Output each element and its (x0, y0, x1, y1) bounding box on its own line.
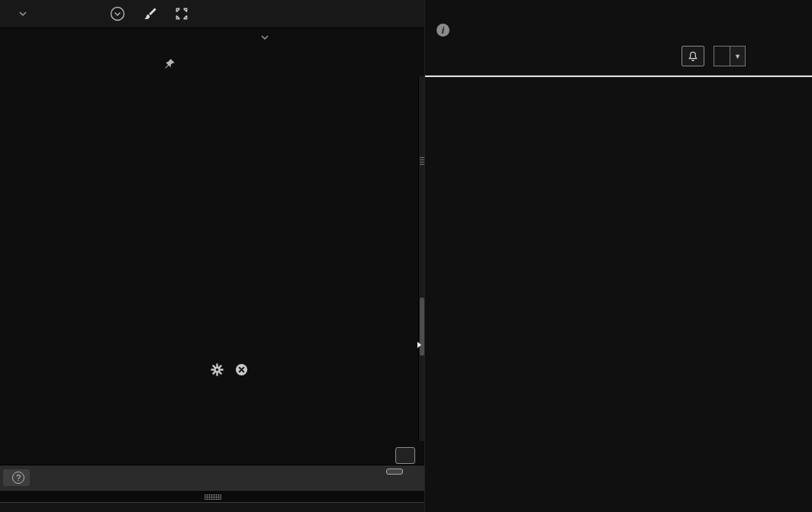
chevron-down-circle-icon (110, 6, 125, 21)
fullscreen-button[interactable] (174, 6, 189, 21)
indicator-toolbar: ? (0, 465, 424, 490)
chart-vertical-scrollbar[interactable] (418, 76, 424, 441)
stock-app-window: ? i (0, 0, 812, 512)
tag-row: ▼ (654, 46, 810, 66)
chart-pane: ? (0, 0, 424, 512)
info-icon[interactable]: i (437, 24, 450, 37)
expand-icon (174, 6, 189, 21)
scrollbar-arrow-icon (417, 342, 421, 348)
indicator-settings-button[interactable] (209, 362, 224, 377)
bell-icon (687, 50, 699, 63)
ma-settings-link[interactable] (258, 34, 269, 41)
help-icon[interactable]: ? (12, 472, 24, 484)
close-indicator-button[interactable] (234, 362, 249, 377)
toolbar-item-adjust[interactable] (15, 10, 27, 18)
main-chart-tab[interactable]: ? (3, 469, 30, 486)
toolbar-item-magic-nine[interactable] (106, 6, 125, 21)
scroll-right-button[interactable] (395, 447, 415, 464)
order-book (425, 75, 812, 77)
gear-icon (210, 362, 224, 377)
x-axis (0, 445, 424, 465)
bid-ask-separator (425, 76, 812, 77)
watchlist-dropdown-caret[interactable]: ▼ (730, 47, 745, 66)
brush-icon (142, 6, 157, 21)
chevron-down-icon (19, 10, 27, 18)
clipped-bottom-row (0, 502, 424, 512)
chart-toolbar (0, 0, 424, 28)
brush-draw-button[interactable] (142, 6, 157, 21)
close-icon (234, 362, 249, 377)
volume-pane-header (191, 362, 249, 377)
indicator-manage-button[interactable] (386, 469, 403, 475)
chevron-down-icon (261, 34, 269, 41)
quote-pane: i ▼ (424, 0, 812, 512)
alert-bell-button[interactable] (682, 46, 704, 66)
date-range-link[interactable] (0, 57, 336, 70)
pin-icon (164, 58, 176, 69)
drag-grip-icon (205, 494, 221, 500)
add-watchlist-button[interactable]: ▼ (714, 46, 746, 66)
pane-resize-divider[interactable] (0, 490, 424, 502)
stock-code: i (433, 24, 450, 37)
